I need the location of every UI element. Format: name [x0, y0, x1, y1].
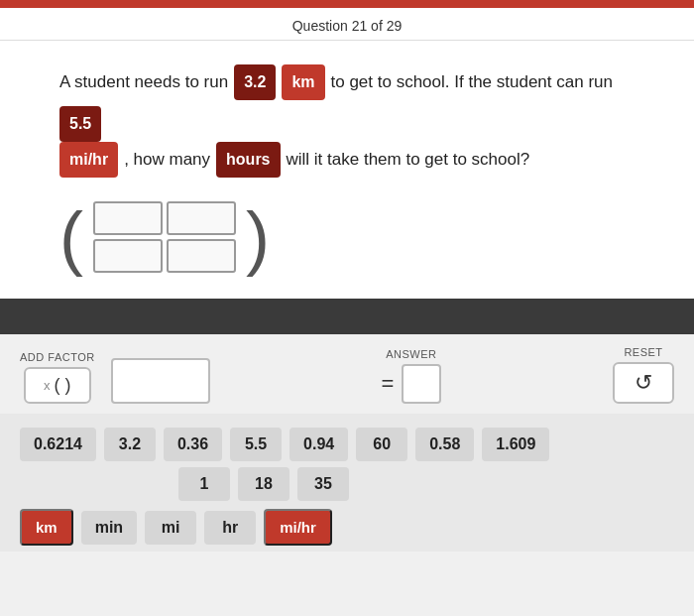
fraction-boxes — [93, 201, 236, 273]
label-mi-hr[interactable]: mi/hr — [264, 509, 332, 546]
tile-0.6214[interactable]: 0.6214 — [20, 428, 96, 461]
value1-chip: 3.2 — [234, 64, 276, 100]
fraction-box-top-left[interactable] — [93, 201, 163, 235]
question-label: Question 21 of 29 — [292, 18, 403, 34]
question-bar: Question 21 of 29 — [0, 8, 694, 41]
equals-sign: = — [381, 371, 394, 397]
add-factor-button[interactable]: x ( ) — [24, 367, 91, 404]
header-bar — [0, 0, 694, 8]
label-km[interactable]: km — [20, 509, 73, 546]
paren-left: ( — [59, 201, 83, 273]
tile-0.58[interactable]: 0.58 — [415, 428, 474, 461]
bottom-controls: ADD FACTOR x ( ) ANSWER = RESET ↺ — [0, 334, 694, 404]
main-content: A student needs to run 3.2 km to get to … — [0, 41, 694, 299]
value2-chip: 5.5 — [59, 106, 101, 142]
label-row: km min mi hr mi/hr — [20, 509, 674, 546]
add-factor-label: ADD FACTOR — [20, 351, 95, 363]
separator-bar — [0, 299, 694, 334]
fraction-box-bottom-right[interactable] — [167, 239, 236, 273]
fraction-box-top-right[interactable] — [167, 201, 236, 235]
unit1-chip: km — [282, 64, 324, 100]
add-factor-section: ADD FACTOR x ( ) — [20, 351, 95, 404]
add-factor-parens: ( ) — [55, 375, 71, 396]
question-prefix: A student needs to run — [59, 65, 228, 99]
label-min[interactable]: min — [81, 511, 137, 545]
tile-0.36[interactable]: 0.36 — [164, 428, 222, 461]
add-factor-x: x — [44, 378, 51, 393]
question-suffix: , how many — [124, 143, 210, 177]
answer-display: = — [381, 364, 441, 404]
tile-60[interactable]: 60 — [356, 428, 407, 461]
reset-section: RESET ↺ — [613, 346, 674, 404]
answer-box[interactable] — [402, 364, 441, 404]
tile-3.2[interactable]: 3.2 — [104, 428, 156, 461]
tile-1.609[interactable]: 1.609 — [482, 428, 549, 461]
tiles-row2: 1 18 35 — [20, 467, 674, 501]
tile-5.5[interactable]: 5.5 — [230, 428, 282, 461]
tiles-section: 0.6214 3.2 0.36 5.5 0.94 60 0.58 1.609 1… — [0, 414, 694, 552]
tiles-row1: 0.6214 3.2 0.36 5.5 0.94 60 0.58 1.609 — [20, 428, 674, 461]
label-hr[interactable]: hr — [204, 511, 256, 545]
question-middle: to get to school. If the student can run — [331, 65, 613, 99]
tile-35[interactable]: 35 — [297, 467, 349, 501]
question-text-row2: mi/hr , how many hours will it take them… — [59, 142, 635, 178]
tile-1[interactable]: 1 — [178, 467, 230, 501]
tile-18[interactable]: 18 — [238, 467, 289, 501]
question-end: will it take them to get to school? — [287, 143, 530, 177]
hours-chip: hours — [216, 142, 280, 178]
answer-label: ANSWER — [386, 348, 436, 360]
label-mi[interactable]: mi — [145, 511, 196, 545]
tile-0.94[interactable]: 0.94 — [289, 428, 348, 461]
unit2-chip: mi/hr — [59, 142, 118, 178]
fraction-area: ( ) — [59, 201, 635, 273]
fraction-row-top — [93, 201, 236, 235]
answer-section: ANSWER = — [381, 348, 441, 404]
controls-row: ADD FACTOR x ( ) ANSWER = RESET ↺ — [20, 346, 674, 404]
paren-right: ) — [246, 201, 270, 273]
question-text: A student needs to run 3.2 km to get to … — [59, 64, 635, 142]
fraction-row-bottom — [93, 239, 236, 273]
expression-input[interactable] — [111, 358, 210, 404]
reset-label: RESET — [624, 346, 662, 358]
reset-button[interactable]: ↺ — [613, 362, 674, 404]
fraction-box-bottom-left[interactable] — [93, 239, 163, 273]
reset-icon: ↺ — [635, 370, 652, 395]
